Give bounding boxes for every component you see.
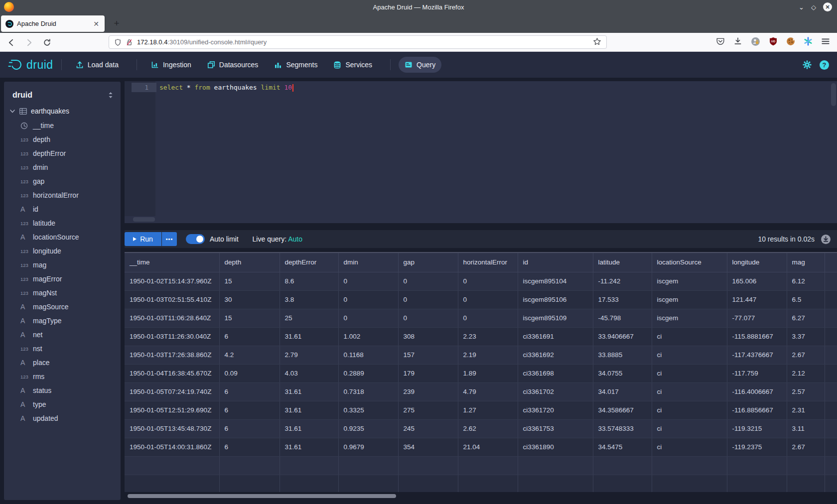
- table-cell[interactable]: 0: [338, 290, 398, 309]
- column-header-dmin[interactable]: dmin: [338, 253, 398, 272]
- auto-limit-toggle[interactable]: [186, 234, 205, 244]
- forward-icon[interactable]: [23, 36, 35, 48]
- new-tab-button[interactable]: +: [110, 16, 124, 30]
- table-cell[interactable]: 1.89: [458, 364, 518, 382]
- window-minimize-icon[interactable]: ⌄: [799, 3, 804, 11]
- table-cell[interactable]: 2.23: [458, 327, 518, 346]
- table-cell[interactable]: ci: [652, 382, 727, 401]
- sidebar-column-longitude[interactable]: 123longitude: [4, 244, 121, 258]
- table-cell[interactable]: 34.3586667: [593, 401, 652, 419]
- table-cell[interactable]: 245: [398, 419, 458, 438]
- table-cell[interactable]: 30: [219, 290, 279, 309]
- tab-close-icon[interactable]: ✕: [92, 20, 100, 28]
- table-cell[interactable]: 0: [398, 290, 458, 309]
- table-cell[interactable]: ci3361753: [518, 419, 593, 438]
- tracking-shield-icon[interactable]: [114, 38, 122, 46]
- table-cell[interactable]: -119.2375: [727, 438, 787, 456]
- table-cell[interactable]: [652, 475, 727, 492]
- table-cell[interactable]: [593, 475, 652, 492]
- table-cell[interactable]: 239: [398, 382, 458, 401]
- table-cell[interactable]: iscgem: [652, 309, 727, 327]
- table-cell[interactable]: 0: [338, 272, 398, 290]
- table-cell[interactable]: 2.31: [787, 401, 825, 419]
- table-cell[interactable]: 2.12: [787, 364, 825, 382]
- sidebar-column-status[interactable]: Astatus: [4, 383, 121, 397]
- table-cell[interactable]: 179: [398, 364, 458, 382]
- column-header-locationSource[interactable]: locationSource: [652, 253, 727, 272]
- schema-name[interactable]: druid: [12, 91, 32, 100]
- table-cell[interactable]: 3.11: [787, 419, 825, 438]
- table-cell[interactable]: 0: [458, 309, 518, 327]
- insecure-lock-icon[interactable]: [126, 38, 133, 46]
- table-cell[interactable]: 1950-01-03T11:26:30.040Z: [125, 327, 219, 346]
- sidebar-column-magError[interactable]: 123magError: [4, 272, 121, 286]
- nav-item-ingestion[interactable]: Ingestion: [145, 57, 197, 73]
- table-cell[interactable]: 34.017: [593, 382, 652, 401]
- table-cell[interactable]: [338, 456, 398, 475]
- table-cell[interactable]: 2.19: [458, 346, 518, 364]
- help-icon[interactable]: ?: [820, 60, 829, 70]
- table-cell[interactable]: 1950-01-05T12:51:29.690Z: [125, 401, 219, 419]
- table-cell[interactable]: [787, 475, 825, 492]
- table-cell[interactable]: 31.61: [279, 419, 338, 438]
- table-cell[interactable]: [652, 456, 727, 475]
- container-extension-icon[interactable]: [804, 37, 813, 48]
- table-cell[interactable]: -119.3215: [727, 419, 787, 438]
- reload-icon[interactable]: [41, 36, 53, 48]
- table-cell[interactable]: 0.9235: [338, 419, 398, 438]
- sql-editor[interactable]: 1 select * from earthquakes limit 10: [125, 81, 837, 223]
- table-cell[interactable]: 34.5475: [593, 438, 652, 456]
- table-cell[interactable]: 17.533: [593, 290, 652, 309]
- table-cell[interactable]: 1950-01-05T14:00:31.860Z: [125, 438, 219, 456]
- table-cell[interactable]: [825, 419, 837, 438]
- window-maximize-icon[interactable]: ◇: [811, 3, 816, 11]
- table-cell[interactable]: 2.67: [787, 346, 825, 364]
- table-cell[interactable]: [787, 456, 825, 475]
- table-cell[interactable]: 33.8885: [593, 346, 652, 364]
- menu-hamburger-icon[interactable]: [821, 37, 830, 48]
- table-cell[interactable]: 31.61: [279, 438, 338, 456]
- table-cell[interactable]: ci: [652, 401, 727, 419]
- sidebar-column-net[interactable]: Anet: [4, 328, 121, 342]
- table-cell[interactable]: 121.447: [727, 290, 787, 309]
- table-cell[interactable]: [398, 456, 458, 475]
- table-cell[interactable]: -11.242: [593, 272, 652, 290]
- table-cell[interactable]: [825, 272, 837, 290]
- table-cell[interactable]: iscgem895104: [518, 272, 593, 290]
- table-cell[interactable]: [458, 456, 518, 475]
- table-cell[interactable]: 165.006: [727, 272, 787, 290]
- results-horizontal-scrollbar[interactable]: [128, 494, 396, 498]
- table-cell[interactable]: ci3361691: [518, 327, 593, 346]
- table-cell[interactable]: -115.8881667: [727, 327, 787, 346]
- column-header-depthError[interactable]: depthError: [279, 253, 338, 272]
- table-cell[interactable]: [727, 456, 787, 475]
- table-cell[interactable]: 1.27: [458, 401, 518, 419]
- table-cell[interactable]: 0.7318: [338, 382, 398, 401]
- sidebar-column-id[interactable]: Aid: [4, 202, 121, 216]
- table-cell[interactable]: [825, 327, 837, 346]
- editor-vertical-scrollbar[interactable]: [831, 83, 836, 106]
- table-cell[interactable]: 0: [338, 309, 398, 327]
- table-cell[interactable]: [518, 456, 593, 475]
- table-cell[interactable]: -117.759: [727, 364, 787, 382]
- table-cell[interactable]: 0.3325: [338, 401, 398, 419]
- double-caret-icon[interactable]: [108, 92, 114, 99]
- table-cell[interactable]: -45.798: [593, 309, 652, 327]
- table-cell[interactable]: ci: [652, 346, 727, 364]
- run-more-button[interactable]: •••: [162, 232, 177, 246]
- table-cell[interactable]: 31.61: [279, 327, 338, 346]
- editor-horizontal-scrollbar[interactable]: [133, 217, 155, 222]
- table-cell[interactable]: 1950-01-03T11:06:28.640Z: [125, 309, 219, 327]
- table-cell[interactable]: 33.5748333: [593, 419, 652, 438]
- table-cell[interactable]: ci: [652, 327, 727, 346]
- table-cell[interactable]: 6: [219, 438, 279, 456]
- column-header-gap[interactable]: gap: [398, 253, 458, 272]
- table-cell[interactable]: [279, 475, 338, 492]
- table-cell[interactable]: ci3361890: [518, 438, 593, 456]
- table-cell[interactable]: 157: [398, 346, 458, 364]
- column-header-blank[interactable]: [825, 253, 837, 272]
- table-cell[interactable]: 1950-01-02T15:14:37.960Z: [125, 272, 219, 290]
- column-header-depth[interactable]: depth: [219, 253, 279, 272]
- sidebar-column-depth[interactable]: 123depth: [4, 132, 121, 146]
- sidebar-column-magType[interactable]: AmagType: [4, 314, 121, 328]
